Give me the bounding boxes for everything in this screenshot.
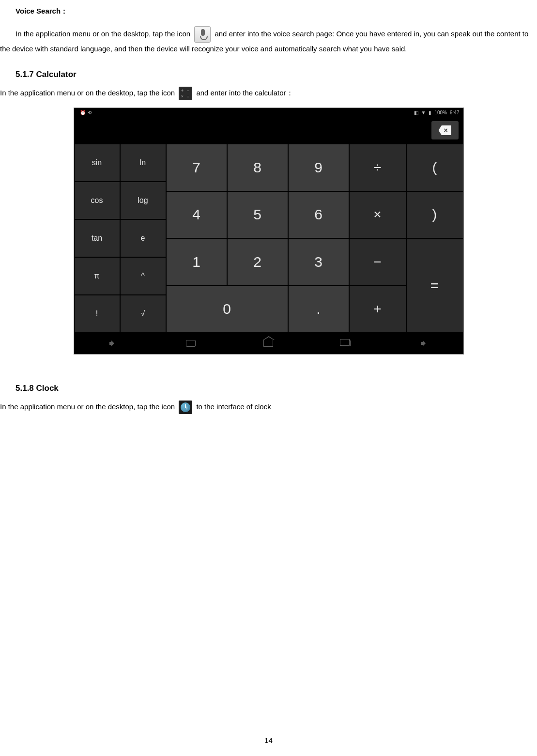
sync-icon: ⟲ xyxy=(88,110,92,115)
key-ln[interactable]: ln xyxy=(120,144,166,182)
key-5[interactable]: 5 xyxy=(227,191,288,239)
calculator-keypad: sin ln cos log tan e π ^ ! √ 7 8 9 4 5 6… xyxy=(74,144,463,333)
voice-search-text-before: In the application menu or on the deskto… xyxy=(15,30,192,38)
calculator-heading: 5.1.7 Calculator xyxy=(15,70,537,79)
clock-heading: 5.1.8 Clock xyxy=(15,384,537,393)
calculator-text-after: and enter into the calculator： xyxy=(196,89,293,97)
key-4[interactable]: 4 xyxy=(166,191,227,239)
backspace-button[interactable] xyxy=(431,121,459,139)
key-cos[interactable]: cos xyxy=(74,182,120,219)
key-minus[interactable]: − xyxy=(349,238,406,286)
key-sin[interactable]: sin xyxy=(74,144,120,182)
back-icon[interactable] xyxy=(185,339,196,347)
key-log[interactable]: log xyxy=(120,182,166,219)
volume-down-icon[interactable] xyxy=(107,339,118,347)
key-multiply[interactable]: × xyxy=(349,191,406,239)
key-power[interactable]: ^ xyxy=(120,257,166,295)
clock-icon xyxy=(179,401,192,414)
key-equals[interactable]: = xyxy=(406,238,463,333)
wifi-icon: ▼ xyxy=(421,110,426,115)
page-number: 14 xyxy=(0,736,537,744)
key-1[interactable]: 1 xyxy=(166,238,227,286)
recent-apps-icon[interactable] xyxy=(341,339,352,347)
calculator-icon xyxy=(179,87,192,100)
battery-icon: ▮ xyxy=(429,110,431,115)
key-dot[interactable]: . xyxy=(288,286,349,333)
notification-icon: ◧ xyxy=(414,110,418,115)
status-time: 9:47 xyxy=(450,110,459,115)
calculator-screenshot: ⏰ ⟲ ◧ ▼ ▮ 100% 9:47 sin ln cos log tan e… xyxy=(74,108,464,355)
home-icon[interactable] xyxy=(263,339,274,347)
status-bar: ⏰ ⟲ ◧ ▼ ▮ 100% 9:47 xyxy=(74,108,463,117)
key-7[interactable]: 7 xyxy=(166,144,227,191)
key-tan[interactable]: tan xyxy=(74,219,120,257)
key-factorial[interactable]: ! xyxy=(74,295,120,333)
clock-text-before: In the application menu or on the deskto… xyxy=(0,402,177,411)
key-0[interactable]: 0 xyxy=(166,286,288,333)
key-plus[interactable]: + xyxy=(349,286,406,333)
key-6[interactable]: 6 xyxy=(288,191,349,239)
key-divide[interactable]: ÷ xyxy=(349,144,406,191)
volume-up-icon[interactable] xyxy=(419,339,430,347)
microphone-icon xyxy=(194,26,211,43)
backspace-icon xyxy=(439,125,451,135)
navigation-bar xyxy=(74,333,463,354)
voice-search-heading: Voice Search： xyxy=(15,7,68,15)
key-close-paren[interactable]: ) xyxy=(406,191,463,239)
calculator-display[interactable] xyxy=(74,117,463,144)
clock-text-after: to the interface of clock xyxy=(196,402,271,411)
key-9[interactable]: 9 xyxy=(288,144,349,191)
key-sqrt[interactable]: √ xyxy=(120,295,166,333)
key-pi[interactable]: π xyxy=(74,257,120,295)
key-3[interactable]: 3 xyxy=(288,238,349,286)
key-open-paren[interactable]: ( xyxy=(406,144,463,191)
calculator-text-before: In the application menu or on the deskto… xyxy=(0,89,177,97)
key-2[interactable]: 2 xyxy=(227,238,288,286)
key-8[interactable]: 8 xyxy=(227,144,288,191)
key-e[interactable]: e xyxy=(120,219,166,257)
alarm-icon: ⏰ xyxy=(80,110,86,115)
battery-percent: 100% xyxy=(434,110,447,115)
